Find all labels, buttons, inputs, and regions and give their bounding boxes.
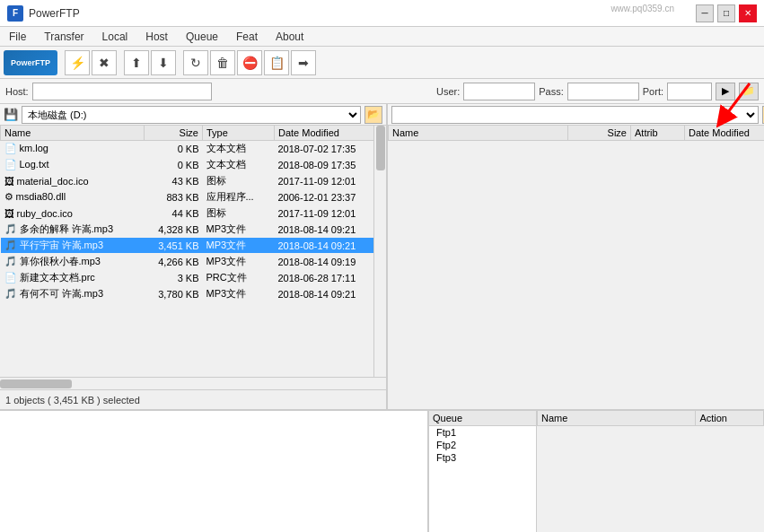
- left-h-scrollbar[interactable]: [0, 377, 386, 389]
- port-label: Port:: [643, 86, 663, 97]
- col-type[interactable]: Type: [203, 126, 275, 141]
- window-controls: ─ □ ✕: [696, 4, 757, 22]
- menu-file[interactable]: File: [0, 29, 35, 45]
- file-name-cell: 📄新建文本文档.prc: [1, 270, 145, 286]
- file-size-cell: 0 KB: [145, 141, 203, 157]
- file-type-cell: MP3文件: [203, 254, 275, 270]
- file-type-cell: 应用程序...: [203, 189, 275, 205]
- file-name-cell: 🎵有何不可 许嵩.mp3: [1, 286, 145, 302]
- col-date[interactable]: Date Modified: [275, 126, 374, 141]
- file-type-cell: MP3文件: [203, 238, 275, 254]
- table-row[interactable]: 🎵有何不可 许嵩.mp3 3,780 KB MP3文件 2018-08-14 0…: [1, 286, 374, 302]
- right-path-select[interactable]: [391, 106, 759, 124]
- minimize-button[interactable]: ─: [696, 4, 714, 22]
- file-type-cell: PRC文件: [203, 270, 275, 286]
- file-name-cell: 🖼material_doc.ico: [1, 173, 145, 189]
- table-row[interactable]: 📄Log.txt 0 KB 文本文档 2018-08-09 17:35: [1, 157, 374, 173]
- menu-queue[interactable]: Queue: [177, 29, 227, 45]
- close-button[interactable]: ✕: [739, 4, 757, 22]
- toolbar-download[interactable]: ⬇: [151, 50, 176, 75]
- file-name-cell: 🖼ruby_doc.ico: [1, 205, 145, 222]
- menu-local[interactable]: Local: [93, 29, 137, 45]
- toolbar-arrow-right[interactable]: ➡: [291, 50, 316, 75]
- col-size[interactable]: Size: [145, 126, 203, 141]
- menu-transfer[interactable]: Transfer: [35, 29, 92, 45]
- watermark: www.pq0359.cn: [610, 4, 674, 13]
- menu-bar: File Transfer Local Host Queue Feat Abou…: [0, 27, 764, 47]
- table-row[interactable]: 🖼material_doc.ico 43 KB 图标 2017-11-09 12…: [1, 173, 374, 189]
- file-size-cell: 4,328 KB: [145, 222, 203, 238]
- file-size-cell: 44 KB: [145, 205, 203, 222]
- queue-item[interactable]: Ftp3: [429, 451, 536, 464]
- file-type-cell: 图标: [203, 205, 275, 222]
- queue-item[interactable]: Ftp1: [429, 426, 536, 439]
- table-row[interactable]: 📄新建文本文档.prc 3 KB PRC文件 2018-06-28 17:11: [1, 270, 374, 286]
- connect-go-button[interactable]: ▶: [716, 83, 735, 100]
- title-bar: F PowerFTP www.pq0359.cn ─ □ ✕: [0, 0, 764, 27]
- file-date-cell: 2018-08-09 17:35: [275, 157, 374, 173]
- table-row[interactable]: 🖼ruby_doc.ico 44 KB 图标 2017-11-09 12:01: [1, 205, 374, 222]
- col-name[interactable]: Name: [1, 126, 145, 141]
- toolbar-delete[interactable]: 🗑: [210, 50, 235, 75]
- menu-feat[interactable]: Feat: [227, 29, 267, 45]
- port-input[interactable]: [667, 83, 712, 100]
- left-scrollbar[interactable]: [373, 126, 386, 377]
- user-input[interactable]: [463, 83, 535, 100]
- right-col-date[interactable]: Date Modified: [685, 126, 765, 141]
- table-row[interactable]: 🎵算你很秋小春.mp3 4,266 KB MP3文件 2018-08-14 09…: [1, 254, 374, 270]
- toolbar-stop[interactable]: ⛔: [237, 50, 262, 75]
- right-col-size[interactable]: Size: [568, 126, 631, 141]
- toolbar-queue[interactable]: 📋: [264, 50, 289, 75]
- toolbar-connect[interactable]: ⚡: [65, 50, 90, 75]
- toolbar-disconnect[interactable]: ✖: [92, 50, 117, 75]
- right-col-name[interactable]: Name: [389, 126, 568, 141]
- host-input[interactable]: [32, 83, 212, 100]
- pass-label: Pass:: [539, 86, 564, 97]
- br-col-action[interactable]: Action: [696, 411, 764, 426]
- right-panel: 📂 Name Size Attrib Date Modified: [388, 104, 764, 409]
- right-col-attrib[interactable]: Attrib: [631, 126, 685, 141]
- file-size-cell: 0 KB: [145, 157, 203, 173]
- right-file-table: Name Size Attrib Date Modified: [388, 126, 764, 409]
- file-date-cell: 2017-11-09 12:01: [275, 173, 374, 189]
- queue-item[interactable]: Ftp2: [429, 439, 536, 451]
- file-name-cell: 🎵算你很秋小春.mp3: [1, 254, 145, 270]
- left-path-select[interactable]: 本地磁盘 (D:): [22, 106, 361, 124]
- menu-host[interactable]: Host: [136, 29, 177, 45]
- file-type-cell: MP3文件: [203, 286, 275, 302]
- file-size-cell: 4,266 KB: [145, 254, 203, 270]
- file-type-cell: 图标: [203, 173, 275, 189]
- file-date-cell: 2018-07-02 17:35: [275, 141, 374, 157]
- bookmark-button[interactable]: 📁: [739, 83, 759, 100]
- table-row[interactable]: 🎵平行宇宙 许嵩.mp3 3,451 KB MP3文件 2018-08-14 0…: [1, 238, 374, 254]
- br-col-name[interactable]: Name: [538, 411, 696, 426]
- log-panel: [0, 411, 429, 532]
- right-path-bar: 📂: [388, 104, 764, 126]
- maximize-button[interactable]: □: [717, 4, 735, 22]
- file-size-cell: 3,451 KB: [145, 238, 203, 254]
- file-date-cell: 2018-08-14 09:21: [275, 222, 374, 238]
- toolbar: PowerFTP ⚡ ✖ ⬆ ⬇ ↻ 🗑 ⛔ 📋 ➡: [0, 47, 764, 79]
- file-name-cell: 📄km.log: [1, 141, 145, 157]
- toolbar-upload[interactable]: ⬆: [124, 50, 149, 75]
- file-name-cell: 📄Log.txt: [1, 157, 145, 173]
- file-date-cell: 2018-06-28 17:11: [275, 270, 374, 286]
- table-row[interactable]: 📄km.log 0 KB 文本文档 2018-07-02 17:35: [1, 141, 374, 157]
- left-panel: 💾 本地磁盘 (D:) 📂 Name Size Type Date Modifi…: [0, 104, 388, 409]
- menu-about[interactable]: About: [267, 29, 312, 45]
- file-size-cell: 883 KB: [145, 189, 203, 205]
- pass-input[interactable]: [567, 83, 639, 100]
- file-name-cell: 🎵多余的解释 许嵩.mp3: [1, 222, 145, 238]
- bottom-area: Queue Ftp1Ftp2Ftp3 Name Action: [0, 409, 764, 532]
- app-title: PowerFTP: [29, 7, 696, 20]
- file-date-cell: 2006-12-01 23:37: [275, 189, 374, 205]
- toolbar-refresh[interactable]: ↻: [183, 50, 208, 75]
- queue-panel: Queue Ftp1Ftp2Ftp3: [429, 411, 537, 532]
- file-name-cell: ⚙msdia80.dll: [1, 189, 145, 205]
- left-open-folder-button[interactable]: 📂: [364, 106, 382, 124]
- file-name-cell: 🎵平行宇宙 许嵩.mp3: [1, 238, 145, 254]
- table-row[interactable]: 🎵多余的解释 许嵩.mp3 4,328 KB MP3文件 2018-08-14 …: [1, 222, 374, 238]
- file-type-cell: 文本文档: [203, 157, 275, 173]
- file-date-cell: 2017-11-09 12:01: [275, 205, 374, 222]
- table-row[interactable]: ⚙msdia80.dll 883 KB 应用程序... 2006-12-01 2…: [1, 189, 374, 205]
